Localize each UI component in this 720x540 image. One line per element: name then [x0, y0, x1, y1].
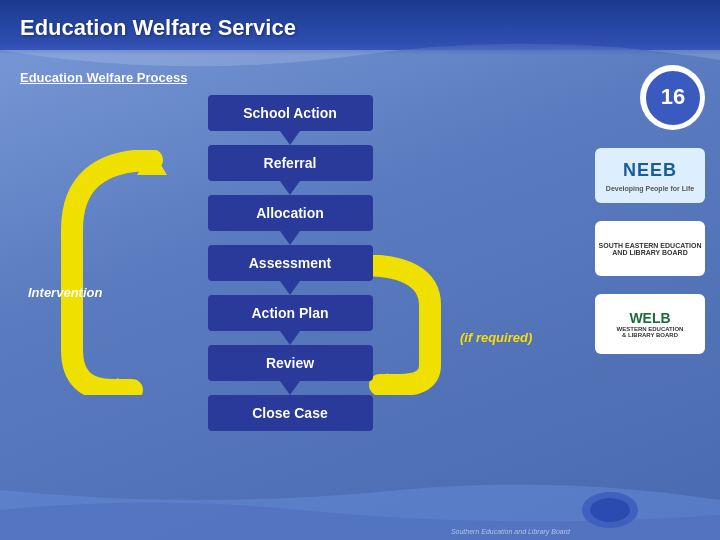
flow-box-allocation: Allocation	[208, 195, 373, 231]
arrow-2	[280, 181, 300, 195]
flow-box-action-plan: Action Plan	[208, 295, 373, 331]
header: Education Welfare Service	[0, 0, 720, 55]
arrow-6	[280, 381, 300, 395]
flow-box-assessment: Assessment	[208, 245, 373, 281]
flow-box-school-action: School Action	[208, 95, 373, 131]
svg-point-8	[590, 498, 630, 522]
arrow-5	[280, 331, 300, 345]
flow-box-referral: Referral	[208, 145, 373, 181]
flow-container: School Action Referral Allocation Assess…	[180, 95, 400, 431]
arrow-1	[280, 131, 300, 145]
flow-box-close-case: Close Case	[208, 395, 373, 431]
bottom-text: Southern Education and Library Board	[451, 528, 570, 535]
left-circle-arrow	[52, 150, 172, 395]
bottom-circle-decoration	[580, 485, 640, 530]
arrow-4	[280, 281, 300, 295]
logo-neeb: NEEB Developing People for Life	[595, 148, 705, 203]
if-required-label: (if required)	[460, 330, 532, 345]
logo-seelb: SOUTH EASTERN EDUCATIONAND LIBRARY BOARD	[595, 221, 705, 276]
svg-text:16: 16	[660, 84, 684, 109]
page-title: Education Welfare Service	[20, 15, 296, 41]
arrow-3	[280, 231, 300, 245]
logo-welb: WELB WESTERN EDUCATION& LIBRARY BOARD	[595, 294, 705, 354]
logo-area: 16 NEEB Developing People for Life SOUTH…	[595, 65, 705, 354]
intervention-label: Intervention	[28, 285, 102, 300]
flow-box-review: Review	[208, 345, 373, 381]
page-subtitle: Education Welfare Process	[20, 70, 187, 85]
logo-education: 16	[640, 65, 705, 130]
